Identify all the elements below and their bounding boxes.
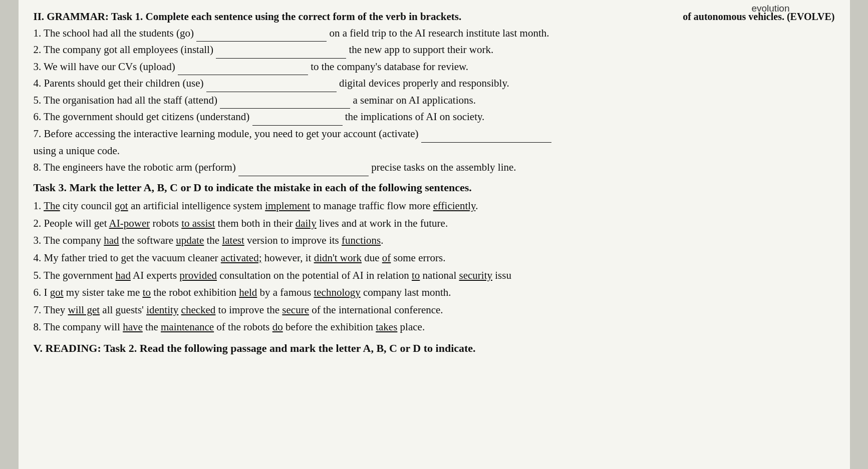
underline-the: The [44, 200, 60, 212]
task3-header: Task 3. Mark the letter A, B, C or D to … [34, 179, 835, 196]
task3-sentence-8: 8. The company will have the maintenance… [34, 318, 835, 336]
underline-got-6: got [50, 286, 64, 298]
sentence-num: 6. The government should get citizens (u… [34, 111, 250, 123]
task3-sentence-2: 2. People will get AI-power robots to as… [34, 215, 835, 232]
sentence-8-after: precise tasks on the assembly line. [371, 161, 516, 173]
sentence-7: 7. Before accessing the interactive lear… [34, 126, 835, 159]
sentence-num: 1. The school had all the students (go) [34, 27, 194, 39]
grammar-header: II. GRAMMAR: Task 1. Complete each sente… [34, 11, 462, 23]
underline-to-6: to [143, 286, 151, 298]
handwritten-annotation: evolution [751, 1, 789, 16]
underline-do-8: do [272, 321, 283, 333]
sentence-num: 3. We will have our CVs (upload) [34, 61, 175, 73]
underline-to-assist: to assist [181, 217, 215, 229]
underline-checked: checked [181, 304, 216, 316]
task3-sentence-4: 4. My father tried to get the vacuum cle… [34, 249, 835, 267]
blank-1[interactable] [196, 28, 327, 42]
blank-8[interactable] [238, 163, 369, 176]
underline-security: security [459, 269, 492, 281]
underline-will-get: will get [68, 304, 100, 316]
blank-2[interactable] [216, 45, 346, 58]
task3-sentence-6: 6. I got my sister take me to the robot … [34, 284, 835, 301]
task3-sentence-1: 1. The city council got an artificial in… [34, 197, 835, 215]
underline-got: got [115, 200, 128, 212]
top-header-line: II. GRAMMAR: Task 1. Complete each sente… [34, 9, 835, 25]
sentence-1: 1. The school had all the students (go) … [34, 25, 835, 42]
sentence-8: 8. The engineers have the robotic arm (p… [34, 159, 835, 176]
sentence-num: 8. The engineers have the robotic arm (p… [34, 161, 236, 173]
underline-daily: daily [296, 217, 317, 229]
sentence-3: 3. We will have our CVs (upload) to the … [34, 59, 835, 76]
underline-efficiently: efficiently [433, 200, 476, 212]
blank-6[interactable] [252, 112, 343, 126]
sentence-num: 7. Before accessing the interactive lear… [34, 128, 419, 140]
underline-identity: identity [146, 304, 178, 316]
reading-header: V. READING: Task 2. Read the following p… [34, 340, 835, 357]
sentence-5-after: a seminar on AI applications. [353, 94, 476, 106]
underline-to: to [412, 269, 420, 281]
sentence-4-after: digital devices properly and responsibly… [339, 77, 509, 89]
underline-had-5: had [116, 269, 131, 281]
underline-activated: activated; [221, 252, 262, 264]
sentence-num: 4. Parents should get their children (us… [34, 77, 204, 89]
sentence-1-after: on a field trip to the AI research insti… [329, 27, 549, 39]
sentence-2-after: the new app to support their work. [349, 44, 493, 56]
task3-sentence-3: 3. The company had the software update t… [34, 232, 835, 249]
sentence-7-after: using a unique code. [34, 145, 120, 157]
task1-sentence-list: 1. The school had all the students (go) … [34, 25, 835, 176]
sentence-5: 5. The organisation had all the staff (a… [34, 92, 835, 109]
underline-secure: secure [282, 304, 309, 316]
blank-5[interactable] [220, 95, 350, 109]
underline-functions: functions [342, 234, 381, 246]
blank-4[interactable] [206, 79, 337, 92]
sentence-num: 5. The organisation had all the staff (a… [34, 94, 217, 106]
underline-technology: technology [314, 286, 360, 298]
underline-of: of [382, 252, 391, 264]
sentence-3-after: to the company's database for review. [311, 61, 468, 73]
underline-maintenance: maintenance [161, 321, 214, 333]
sentence-num: 2. The company got all employees (instal… [34, 44, 213, 56]
underline-provided: provided [179, 269, 217, 281]
page: evolution II. GRAMMAR: Task 1. Complete … [19, 0, 850, 469]
underline-implement: implement [265, 200, 310, 212]
sentence-6-after: the implications of AI on society. [345, 111, 485, 123]
underline-have-8: have [123, 321, 143, 333]
underline-held: held [239, 286, 257, 298]
task3-sentence-7: 7. They will get all guests' identity ch… [34, 301, 835, 319]
underline-had-3: had [104, 234, 119, 246]
task3-list: 1. The city council got an artificial in… [34, 197, 835, 336]
sentence-4: 4. Parents should get their children (us… [34, 75, 835, 92]
sentence-6: 6. The government should get citizens (u… [34, 109, 835, 126]
underline-didnt-work: didn't work [314, 252, 362, 264]
evolve-note: (EVOLVE) [787, 11, 835, 22]
blank-7[interactable] [421, 129, 551, 142]
underline-takes: takes [376, 321, 397, 333]
blank-3[interactable] [178, 62, 308, 75]
task3-sentence-5: 5. The government had AI experts provide… [34, 267, 835, 284]
underline-ai-power: AI-power [109, 217, 150, 229]
underline-latest: latest [222, 234, 244, 246]
sentence-2: 2. The company got all employees (instal… [34, 42, 835, 59]
underline-update: update [176, 234, 204, 246]
